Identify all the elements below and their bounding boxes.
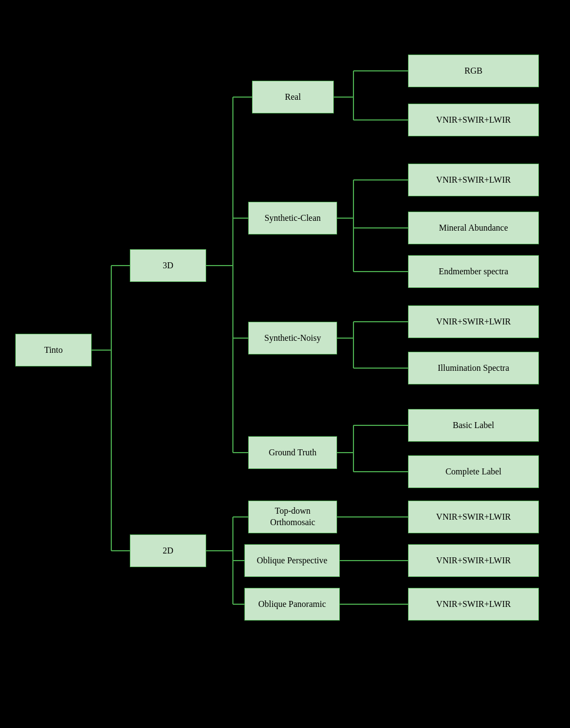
node-synthetic-clean: Synthetic-Clean xyxy=(248,202,337,234)
node-vnir-real: VNIR+SWIR+LWIR xyxy=(408,104,539,136)
node-3d: 3D xyxy=(130,249,206,282)
node-rgb: RGB xyxy=(408,55,539,87)
diagram: Tinto 3D 2D Real Synthetic-Clean Synthet… xyxy=(0,0,570,728)
node-endmember: Endmember spectra xyxy=(408,255,539,288)
node-real: Real xyxy=(252,81,334,113)
node-complete-label: Complete Label xyxy=(408,455,539,488)
node-mineral: Mineral Abundance xyxy=(408,212,539,244)
node-vnir-sc: VNIR+SWIR+LWIR xyxy=(408,164,539,196)
node-top-down: Top-down Orthomosaic xyxy=(248,501,337,533)
node-basic-label: Basic Label xyxy=(408,409,539,442)
node-tinto: Tinto xyxy=(15,334,92,366)
node-oblique-panoramic: Oblique Panoramic xyxy=(244,588,340,621)
node-illumination: Illumination Spectra xyxy=(408,352,539,384)
node-vnir-td: VNIR+SWIR+LWIR xyxy=(408,501,539,533)
node-oblique-perspective: Oblique Perspective xyxy=(244,544,340,577)
node-vnir-op: VNIR+SWIR+LWIR xyxy=(408,544,539,577)
node-2d: 2D xyxy=(130,534,206,567)
node-synthetic-noisy: Synthetic-Noisy xyxy=(248,322,337,354)
node-vnir-sn: VNIR+SWIR+LWIR xyxy=(408,305,539,338)
node-vnir-opan: VNIR+SWIR+LWIR xyxy=(408,588,539,621)
node-ground-truth: Ground Truth xyxy=(248,436,337,469)
